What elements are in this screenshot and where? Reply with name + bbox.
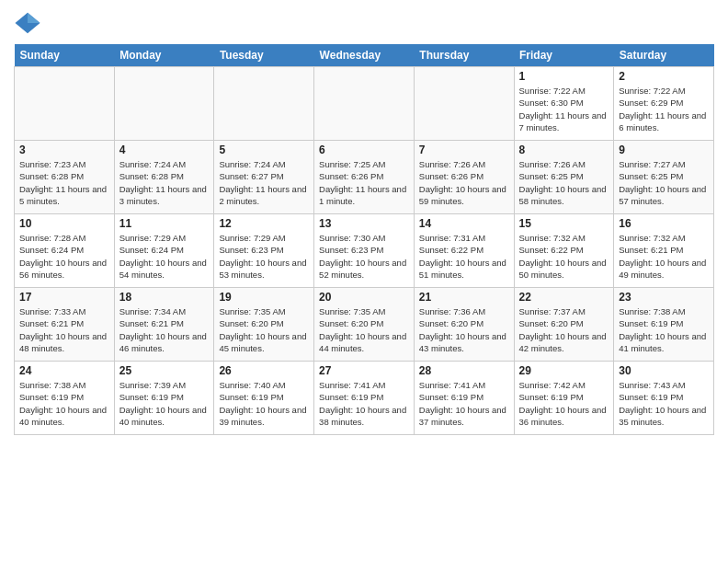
- calendar-cell: 29Sunrise: 7:42 AM Sunset: 6:19 PM Dayli…: [514, 362, 614, 435]
- calendar-cell: 5Sunrise: 7:24 AM Sunset: 6:27 PM Daylig…: [214, 141, 314, 214]
- calendar-cell: 15Sunrise: 7:32 AM Sunset: 6:22 PM Dayli…: [514, 214, 614, 288]
- day-number: 29: [519, 364, 609, 377]
- calendar-cell: 2Sunrise: 7:22 AM Sunset: 6:29 PM Daylig…: [614, 67, 714, 141]
- svg-marker-1: [28, 13, 40, 23]
- day-info: Sunrise: 7:26 AM Sunset: 6:25 PM Dayligh…: [519, 158, 609, 207]
- day-number: 28: [419, 364, 509, 377]
- day-number: 11: [119, 217, 210, 230]
- calendar-week-2: 3Sunrise: 7:23 AM Sunset: 6:28 PM Daylig…: [15, 141, 714, 214]
- day-number: 23: [619, 291, 709, 304]
- calendar-cell: 23Sunrise: 7:38 AM Sunset: 6:19 PM Dayli…: [614, 288, 714, 362]
- day-info: Sunrise: 7:32 AM Sunset: 6:22 PM Dayligh…: [519, 232, 609, 281]
- day-number: 24: [19, 364, 109, 377]
- day-number: 10: [19, 217, 109, 230]
- calendar-cell: [214, 67, 314, 141]
- day-number: 22: [519, 291, 609, 304]
- day-info: Sunrise: 7:29 AM Sunset: 6:23 PM Dayligh…: [219, 232, 309, 281]
- day-info: Sunrise: 7:39 AM Sunset: 6:19 PM Dayligh…: [119, 379, 210, 428]
- weekday-header-friday: Friday: [514, 44, 614, 67]
- day-info: Sunrise: 7:29 AM Sunset: 6:24 PM Dayligh…: [119, 232, 210, 281]
- day-info: Sunrise: 7:24 AM Sunset: 6:27 PM Dayligh…: [219, 158, 309, 207]
- calendar-cell: 18Sunrise: 7:34 AM Sunset: 6:21 PM Dayli…: [114, 288, 214, 362]
- day-number: 15: [519, 217, 609, 230]
- calendar-cell: 6Sunrise: 7:25 AM Sunset: 6:26 PM Daylig…: [314, 141, 415, 214]
- day-info: Sunrise: 7:43 AM Sunset: 6:19 PM Dayligh…: [619, 379, 709, 428]
- calendar-cell: 1Sunrise: 7:22 AM Sunset: 6:30 PM Daylig…: [514, 67, 614, 141]
- calendar-cell: 17Sunrise: 7:33 AM Sunset: 6:21 PM Dayli…: [15, 288, 115, 362]
- day-number: 17: [19, 291, 109, 304]
- day-info: Sunrise: 7:22 AM Sunset: 6:30 PM Dayligh…: [519, 85, 609, 133]
- day-info: Sunrise: 7:24 AM Sunset: 6:28 PM Dayligh…: [119, 158, 210, 207]
- day-number: 18: [119, 291, 210, 304]
- calendar-cell: 28Sunrise: 7:41 AM Sunset: 6:19 PM Dayli…: [414, 362, 514, 435]
- day-info: Sunrise: 7:31 AM Sunset: 6:22 PM Dayligh…: [419, 232, 509, 281]
- day-info: Sunrise: 7:30 AM Sunset: 6:23 PM Dayligh…: [319, 232, 409, 281]
- calendar-cell: 27Sunrise: 7:41 AM Sunset: 6:19 PM Dayli…: [314, 362, 415, 435]
- day-info: Sunrise: 7:35 AM Sunset: 6:20 PM Dayligh…: [219, 305, 309, 354]
- day-number: 12: [219, 217, 309, 230]
- day-number: 27: [319, 364, 409, 377]
- calendar-cell: 8Sunrise: 7:26 AM Sunset: 6:25 PM Daylig…: [514, 141, 614, 214]
- day-info: Sunrise: 7:23 AM Sunset: 6:28 PM Dayligh…: [19, 158, 109, 207]
- day-info: Sunrise: 7:28 AM Sunset: 6:24 PM Dayligh…: [19, 232, 109, 281]
- calendar-cell: 7Sunrise: 7:26 AM Sunset: 6:26 PM Daylig…: [414, 141, 514, 214]
- calendar-cell: 25Sunrise: 7:39 AM Sunset: 6:19 PM Dayli…: [114, 362, 214, 435]
- day-number: 13: [319, 217, 409, 230]
- calendar-cell: 12Sunrise: 7:29 AM Sunset: 6:23 PM Dayli…: [214, 214, 314, 288]
- weekday-header-sunday: Sunday: [15, 44, 115, 67]
- day-info: Sunrise: 7:33 AM Sunset: 6:21 PM Dayligh…: [19, 305, 109, 354]
- calendar-week-3: 10Sunrise: 7:28 AM Sunset: 6:24 PM Dayli…: [15, 214, 714, 288]
- calendar-cell: 16Sunrise: 7:32 AM Sunset: 6:21 PM Dayli…: [614, 214, 714, 288]
- day-info: Sunrise: 7:38 AM Sunset: 6:19 PM Dayligh…: [619, 305, 709, 354]
- calendar-cell: [314, 67, 415, 141]
- day-info: Sunrise: 7:22 AM Sunset: 6:29 PM Dayligh…: [619, 85, 709, 133]
- calendar-cell: 4Sunrise: 7:24 AM Sunset: 6:28 PM Daylig…: [114, 141, 214, 214]
- day-number: 26: [219, 364, 309, 377]
- day-info: Sunrise: 7:38 AM Sunset: 6:19 PM Dayligh…: [19, 379, 109, 428]
- calendar-cell: 19Sunrise: 7:35 AM Sunset: 6:20 PM Dayli…: [214, 288, 314, 362]
- day-info: Sunrise: 7:32 AM Sunset: 6:21 PM Dayligh…: [619, 232, 709, 281]
- day-number: 9: [619, 144, 709, 156]
- day-number: 16: [619, 217, 709, 230]
- calendar-cell: [114, 67, 214, 141]
- day-info: Sunrise: 7:26 AM Sunset: 6:26 PM Dayligh…: [419, 158, 509, 207]
- day-number: 5: [219, 144, 309, 156]
- calendar-cell: 14Sunrise: 7:31 AM Sunset: 6:22 PM Dayli…: [414, 214, 514, 288]
- calendar-cell: 20Sunrise: 7:35 AM Sunset: 6:20 PM Dayli…: [314, 288, 415, 362]
- calendar-cell: 22Sunrise: 7:37 AM Sunset: 6:20 PM Dayli…: [514, 288, 614, 362]
- weekday-header-row: SundayMondayTuesdayWednesdayThursdayFrid…: [15, 44, 714, 67]
- day-number: 8: [519, 144, 609, 156]
- logo: [14, 9, 45, 37]
- day-info: Sunrise: 7:37 AM Sunset: 6:20 PM Dayligh…: [519, 305, 609, 354]
- calendar-cell: 13Sunrise: 7:30 AM Sunset: 6:23 PM Dayli…: [314, 214, 415, 288]
- day-number: 7: [419, 144, 509, 156]
- day-info: Sunrise: 7:36 AM Sunset: 6:20 PM Dayligh…: [419, 305, 509, 354]
- calendar-cell: 21Sunrise: 7:36 AM Sunset: 6:20 PM Dayli…: [414, 288, 514, 362]
- day-number: 1: [519, 70, 609, 83]
- calendar-week-5: 24Sunrise: 7:38 AM Sunset: 6:19 PM Dayli…: [15, 362, 714, 435]
- day-info: Sunrise: 7:42 AM Sunset: 6:19 PM Dayligh…: [519, 379, 609, 428]
- page: SundayMondayTuesdayWednesdayThursdayFrid…: [0, 0, 728, 444]
- calendar-cell: 11Sunrise: 7:29 AM Sunset: 6:24 PM Dayli…: [114, 214, 214, 288]
- calendar-cell: 26Sunrise: 7:40 AM Sunset: 6:19 PM Dayli…: [214, 362, 314, 435]
- day-number: 20: [319, 291, 409, 304]
- calendar-cell: 30Sunrise: 7:43 AM Sunset: 6:19 PM Dayli…: [614, 362, 714, 435]
- weekday-header-tuesday: Tuesday: [214, 44, 314, 67]
- day-number: 19: [219, 291, 309, 304]
- day-info: Sunrise: 7:35 AM Sunset: 6:20 PM Dayligh…: [319, 305, 409, 354]
- day-number: 14: [419, 217, 509, 230]
- day-info: Sunrise: 7:40 AM Sunset: 6:19 PM Dayligh…: [219, 379, 309, 428]
- day-number: 3: [19, 144, 109, 156]
- day-info: Sunrise: 7:41 AM Sunset: 6:19 PM Dayligh…: [419, 379, 509, 428]
- calendar-cell: [414, 67, 514, 141]
- header: [14, 9, 714, 37]
- calendar-cell: 9Sunrise: 7:27 AM Sunset: 6:25 PM Daylig…: [614, 141, 714, 214]
- weekday-header-saturday: Saturday: [614, 44, 714, 67]
- calendar-cell: 24Sunrise: 7:38 AM Sunset: 6:19 PM Dayli…: [15, 362, 115, 435]
- day-number: 25: [119, 364, 210, 377]
- calendar-cell: [15, 67, 115, 141]
- calendar-week-1: 1Sunrise: 7:22 AM Sunset: 6:30 PM Daylig…: [15, 67, 714, 141]
- day-info: Sunrise: 7:34 AM Sunset: 6:21 PM Dayligh…: [119, 305, 210, 354]
- weekday-header-monday: Monday: [114, 44, 214, 67]
- day-number: 30: [619, 364, 709, 377]
